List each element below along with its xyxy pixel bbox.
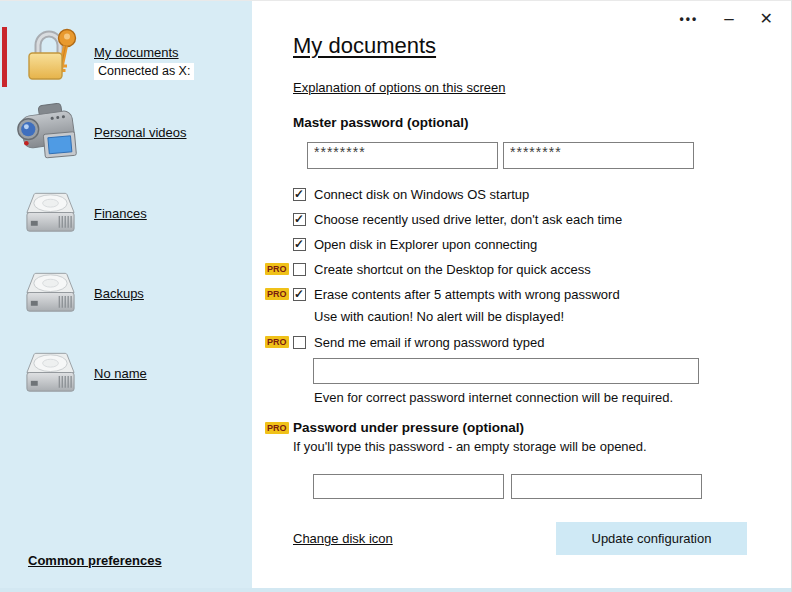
window-bottom-edge xyxy=(0,588,791,592)
sidebar-item-no-name[interactable]: No name xyxy=(16,350,147,396)
option-connect-on-startup: Connect disk on Windows OS startup xyxy=(293,182,791,207)
email-connection-note: Even for correct password internet conne… xyxy=(314,390,791,406)
minimize-icon[interactable]: – xyxy=(724,9,733,29)
checkbox-recent-drive-letter[interactable] xyxy=(293,213,306,226)
pressure-password-row xyxy=(313,474,791,499)
checkbox-email-on-wrong-password[interactable] xyxy=(293,336,306,349)
connected-status-badge: Connected as X: xyxy=(94,63,194,80)
footer-bar: Change disk icon Update configuration xyxy=(293,522,747,555)
erase-caution-note: Use with caution! No alert will be displ… xyxy=(314,308,791,326)
common-preferences-link[interactable]: Common preferences xyxy=(28,553,162,568)
sidebar: My documents Connected as X: Personal vi… xyxy=(0,1,252,592)
selected-item-indicator xyxy=(2,27,7,87)
camcorder-icon xyxy=(16,101,84,163)
hdd-icon xyxy=(16,350,84,396)
sidebar-item-label[interactable]: Personal videos xyxy=(94,125,187,140)
pro-badge: PRO xyxy=(265,288,289,300)
pro-badge: PRO xyxy=(265,422,289,434)
explanation-link[interactable]: Explanation of options on this screen xyxy=(293,80,505,95)
pro-badge: PRO xyxy=(265,336,289,348)
hdd-icon xyxy=(16,190,84,236)
menu-icon[interactable]: ••• xyxy=(680,9,699,29)
lock-icon xyxy=(16,25,84,85)
app-window: My documents Connected as X: Personal vi… xyxy=(0,0,792,592)
checkbox-desktop-shortcut[interactable] xyxy=(293,263,306,276)
option-erase-contents: PRO Erase contents after 5 attempts with… xyxy=(293,282,791,307)
pressure-explanation-note: If you'll type this password - an empty … xyxy=(293,439,791,455)
checkbox-open-in-explorer[interactable] xyxy=(293,238,306,251)
sidebar-item-personal-videos[interactable]: Personal videos xyxy=(16,101,187,163)
sidebar-item-finances[interactable]: Finances xyxy=(16,190,147,236)
master-password-input[interactable] xyxy=(307,142,498,169)
hdd-icon xyxy=(16,270,84,316)
email-field[interactable] xyxy=(313,358,699,384)
sidebar-item-my-documents[interactable]: My documents Connected as X: xyxy=(16,25,194,85)
main-panel: ••• – ✕ My documents Explanation of opti… xyxy=(252,1,791,592)
sidebar-item-label[interactable]: My documents xyxy=(94,45,179,60)
pressure-password-confirm-input[interactable] xyxy=(511,474,702,499)
change-disk-icon-link[interactable]: Change disk icon xyxy=(293,531,393,546)
option-desktop-shortcut: PRO Create shortcut on the Desktop for q… xyxy=(293,257,791,282)
master-password-row xyxy=(307,142,791,169)
sidebar-item-label[interactable]: No name xyxy=(94,366,147,381)
options-list: Connect disk on Windows OS startup Choos… xyxy=(293,182,791,406)
option-email-on-wrong-password: PRO Send me email if wrong password type… xyxy=(293,330,791,355)
sidebar-item-backups[interactable]: Backups xyxy=(16,270,144,316)
window-controls: ••• – ✕ xyxy=(680,9,773,29)
pro-badge: PRO xyxy=(265,263,289,275)
option-recent-drive-letter: Choose recently used drive letter, don't… xyxy=(293,207,791,232)
checkbox-connect-on-startup[interactable] xyxy=(293,188,306,201)
sidebar-item-label[interactable]: Finances xyxy=(94,206,147,221)
master-password-heading: Master password (optional) xyxy=(293,115,791,130)
page-title: My documents xyxy=(293,33,791,59)
master-password-confirm-input[interactable] xyxy=(503,142,694,169)
option-open-in-explorer: Open disk in Explorer upon connecting xyxy=(293,232,791,257)
sidebar-item-label[interactable]: Backups xyxy=(94,286,144,301)
checkbox-erase-contents[interactable] xyxy=(293,288,306,301)
close-icon[interactable]: ✕ xyxy=(760,9,773,29)
pressure-password-input[interactable] xyxy=(313,474,504,499)
password-under-pressure-heading: PRO Password under pressure (optional) xyxy=(293,420,791,435)
update-configuration-button[interactable]: Update configuration xyxy=(556,522,747,555)
